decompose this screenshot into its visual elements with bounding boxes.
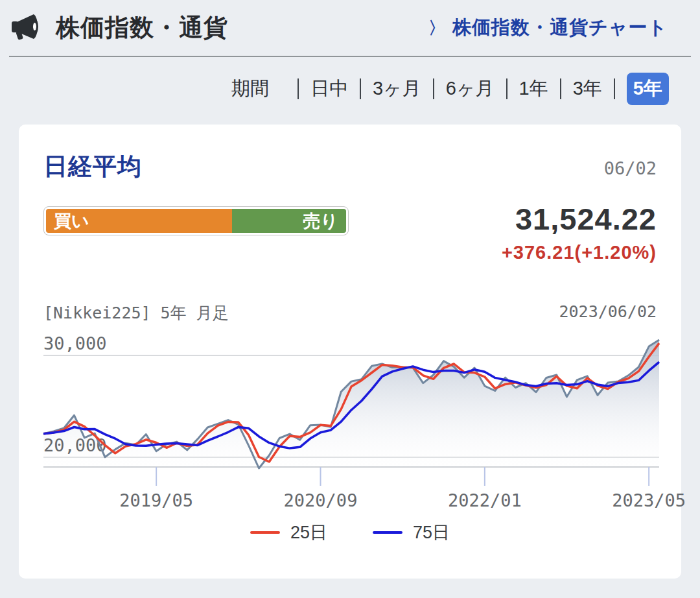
chart-page-link-label: 株価指数・通貨チャート [452, 15, 668, 41]
chart-legend: 25日75日 [43, 521, 657, 544]
quote-date: 06/02 [604, 158, 657, 178]
price-value: 31,524.22 [502, 201, 657, 237]
legend-line-icon [250, 531, 280, 534]
period-separator [298, 78, 299, 99]
period-option-6ヶ月[interactable]: 6ヶ月 [446, 76, 495, 102]
period-option-1年[interactable]: 1年 [519, 76, 548, 102]
period-separator [433, 78, 434, 99]
price-change: +376.21(+1.20%) [502, 242, 657, 263]
chart-caption-left: [Nikkei225] 5年 月足 [43, 302, 229, 324]
gauge-sell-segment: 売り [232, 209, 346, 233]
index-card: 日経平均 06/02 買い 売り 31,524.22 +376.21(+1.20… [19, 125, 681, 579]
period-option-日中[interactable]: 日中 [310, 76, 348, 102]
page-title: 株価指数・通貨 [56, 12, 228, 44]
period-separator [560, 78, 561, 99]
period-option-3ヶ月[interactable]: 3ヶ月 [373, 76, 421, 102]
svg-text:2022/01: 2022/01 [448, 490, 522, 510]
megaphone-icon [10, 12, 44, 43]
price-chart: 30,00020,0002019/052020/092022/012023/05 [43, 334, 659, 517]
chart-page-link[interactable]: 〉 株価指数・通貨チャート [428, 15, 691, 41]
index-name: 日経平均 [43, 150, 142, 183]
chart-caption-right: 2023/06/02 [559, 302, 657, 324]
gauge-buy-label: 買い [54, 209, 89, 233]
period-separator [506, 78, 508, 99]
period-option-5年[interactable]: 5年 [627, 73, 669, 105]
legend-item-25日: 25日 [250, 521, 327, 544]
chevron-right-icon: 〉 [428, 17, 446, 40]
period-option-3年[interactable]: 3年 [573, 76, 602, 102]
gauge-buy-segment: 買い [46, 209, 232, 233]
svg-text:2019/05: 2019/05 [119, 490, 193, 510]
period-separator [614, 78, 615, 99]
legend-line-icon [373, 531, 402, 534]
svg-text:2020/09: 2020/09 [284, 490, 358, 510]
period-selector: 期間 日中3ヶ月6ヶ月1年3年5年 [0, 74, 669, 104]
buy-sell-gauge: 買い 売り [43, 206, 349, 235]
svg-text:30,000: 30,000 [43, 333, 107, 353]
gauge-sell-label: 売り [303, 209, 338, 233]
period-separator [360, 78, 361, 99]
legend-label: 75日 [413, 521, 450, 544]
legend-label: 25日 [290, 521, 327, 544]
legend-item-75日: 75日 [373, 521, 450, 544]
period-label: 期間 [231, 76, 269, 102]
svg-text:2023/05: 2023/05 [612, 490, 686, 510]
page-header: 株価指数・通貨 〉 株価指数・通貨チャート [9, 0, 691, 57]
